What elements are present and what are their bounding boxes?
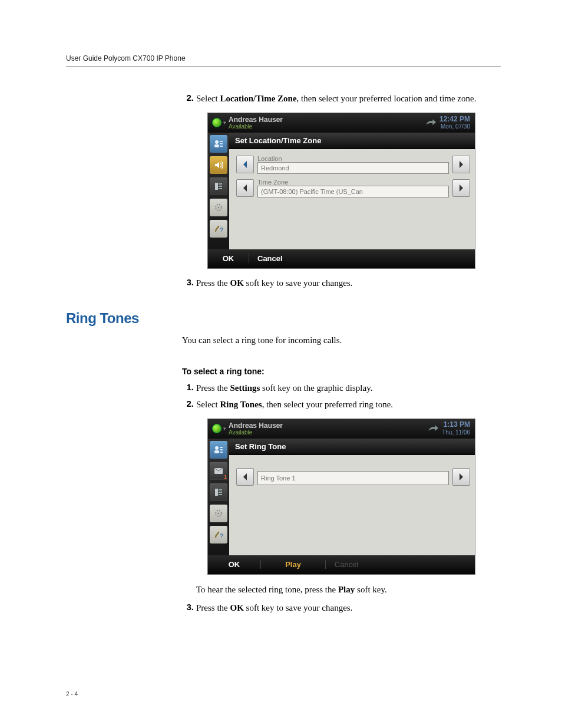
bold: Location/Time Zone — [220, 94, 296, 103]
text: Press the — [196, 278, 230, 288]
softkey-play[interactable]: Play — [261, 560, 326, 569]
location-value[interactable]: Redmond — [257, 162, 449, 174]
presence-indicator-icon — [212, 118, 222, 127]
user-block: Andreas Hauser Available — [229, 422, 283, 436]
ringtones-column: You can select a ring tone for incoming … — [182, 334, 501, 615]
chevron-down-icon: ▾ — [223, 426, 226, 431]
datetime: 12:42 PM Mon, 07/30 — [439, 116, 475, 130]
nav-contacts-icon[interactable] — [210, 441, 227, 459]
text: Select — [196, 400, 220, 409]
nav-volume-icon[interactable] — [210, 156, 227, 174]
text: soft key to save your changes. — [244, 603, 353, 612]
heading-ring-tones: Ring Tones — [66, 310, 501, 327]
screen-content: Location Redmond Time Zone (GMT-08:00) P… — [229, 149, 475, 249]
svg-rect-1 — [214, 144, 219, 147]
svg-rect-18 — [215, 489, 218, 496]
after-phone-text: To hear the selected ring tone, press th… — [196, 583, 501, 597]
bold: OK — [230, 603, 244, 612]
screen-title: Set Ring Tone — [229, 439, 475, 455]
step-text: Press the OK soft key to save your chang… — [196, 602, 352, 615]
call-forward-icon — [423, 116, 438, 129]
running-head: User Guide Polycom CX700 IP Phone — [66, 54, 501, 62]
ringtone-value[interactable]: Ring Tone 1 — [257, 471, 449, 485]
screen-content: Ring Tone 1 — [229, 455, 475, 555]
body-column: 2. Select Location/Time Zone, then selec… — [182, 93, 501, 290]
svg-rect-3 — [220, 143, 223, 144]
step-3: 3. Press the OK soft key to save your ch… — [182, 277, 501, 290]
clock-date: Thu, 11/06 — [442, 429, 470, 436]
timezone-value[interactable]: (GMT-08:00) Pacific Time (US_Can — [257, 186, 449, 197]
location-field: Location Redmond — [257, 155, 449, 174]
next-location-button[interactable] — [452, 156, 470, 173]
svg-rect-8 — [219, 188, 222, 189]
svg-rect-16 — [220, 452, 223, 453]
user-name: Andreas Hauser — [229, 116, 283, 123]
svg-rect-6 — [219, 183, 222, 185]
call-forward-icon — [425, 422, 441, 435]
nav-contacts-icon[interactable] — [210, 135, 227, 153]
text: Press the — [196, 603, 230, 612]
svg-point-0 — [215, 140, 219, 144]
svg-rect-21 — [219, 494, 222, 495]
text: Select — [196, 94, 220, 103]
bold: Play — [338, 585, 355, 594]
phone-main: Set Location/Time Zone Location Redmond — [229, 133, 475, 249]
text: , then select your preferred ring tone. — [262, 400, 393, 409]
nav-settings-icon[interactable] — [210, 199, 227, 216]
step-number: 2. — [182, 93, 196, 106]
steps-ringtone: 1. Press the Settings soft key on the gr… — [182, 382, 501, 411]
bold: Ring Tones — [220, 400, 262, 409]
softkey-ok[interactable]: OK — [208, 254, 249, 263]
user-name: Andreas Hauser — [229, 422, 283, 429]
step-1: 1. Press the Settings soft key on the gr… — [182, 382, 501, 395]
next-ringtone-button[interactable] — [452, 468, 470, 486]
softkey-bar: OK Cancel — [208, 249, 475, 268]
subhead-select-ringtone: To select a ring tone: — [182, 367, 501, 376]
prev-location-button[interactable] — [236, 156, 254, 173]
svg-rect-5 — [215, 183, 218, 190]
softkey-ok[interactable]: OK — [208, 560, 261, 569]
svg-rect-15 — [220, 449, 223, 450]
chevron-down-icon: ▾ — [223, 120, 226, 126]
step-text: Select Ring Tones, then select your pref… — [196, 398, 393, 411]
steps-location-cont: 3. Press the OK soft key to save your ch… — [182, 277, 501, 290]
nav-help-icon[interactable]: ? — [210, 526, 227, 543]
header-rule — [66, 66, 501, 67]
svg-rect-14 — [220, 447, 223, 448]
softkey-bar: OK Play Cancel — [208, 555, 475, 574]
nav-voicemail-icon[interactable]: 1 — [210, 462, 227, 480]
step-3: 3. Press the OK soft key to save your ch… — [182, 602, 501, 615]
bold: Settings — [230, 383, 260, 393]
nav-calllog-icon[interactable] — [210, 483, 227, 501]
bold: OK — [230, 278, 244, 288]
location-row: Location Redmond — [236, 155, 470, 174]
steps-location: 2. Select Location/Time Zone, then selec… — [182, 93, 501, 106]
svg-point-12 — [215, 446, 219, 450]
svg-rect-20 — [219, 492, 222, 493]
presence-label: Available — [229, 429, 283, 436]
presence-indicator-icon — [212, 424, 222, 433]
svg-point-23 — [218, 512, 220, 514]
phone-main: Set Ring Tone Ring Tone 1 — [229, 439, 475, 555]
clock-time: 12:42 PM — [439, 116, 470, 124]
nav-settings-icon[interactable] — [210, 505, 227, 522]
clock-date: Mon, 07/30 — [439, 123, 470, 130]
softkey-cancel[interactable]: Cancel — [249, 254, 291, 263]
prev-timezone-button[interactable] — [236, 179, 254, 197]
ringtone-field: Ring Tone 1 — [257, 469, 449, 485]
field-label: Time Zone — [257, 179, 449, 186]
nav-calllog-icon[interactable] — [210, 177, 227, 195]
step-text: Press the OK soft key to save your chang… — [196, 277, 352, 290]
text: soft key. — [355, 585, 386, 594]
text: soft key on the graphic display. — [260, 383, 372, 393]
prev-ringtone-button[interactable] — [236, 468, 254, 486]
presence-label: Available — [229, 123, 283, 130]
next-timezone-button[interactable] — [452, 179, 470, 197]
ringtone-row: Ring Tone 1 — [236, 468, 470, 486]
svg-text:?: ? — [220, 227, 223, 233]
side-nav: 1 ? — [208, 439, 229, 555]
status-bar: ▾ Andreas Hauser Available 12:42 PM Mon,… — [208, 113, 475, 133]
svg-rect-2 — [220, 141, 223, 142]
user-block: Andreas Hauser Available — [229, 116, 283, 130]
nav-help-icon[interactable]: ? — [210, 220, 227, 238]
